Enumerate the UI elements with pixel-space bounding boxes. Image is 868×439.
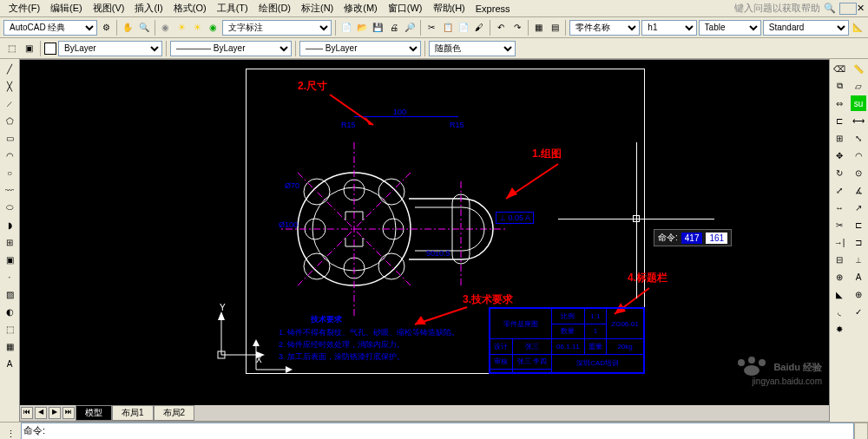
search-box[interactable]	[839, 3, 857, 15]
standard-select[interactable]: Standard	[763, 20, 849, 36]
undo-icon[interactable]: ↶	[494, 20, 508, 36]
array-icon[interactable]: ⊞	[832, 130, 847, 146]
break-icon[interactable]: ⊟	[832, 252, 847, 267]
spline-icon[interactable]: 〰	[2, 182, 17, 198]
open-icon[interactable]: 📂	[355, 20, 369, 36]
copy-icon[interactable]: 📋	[440, 20, 454, 36]
new-icon[interactable]: 📄	[339, 20, 353, 36]
rect-icon[interactable]: ▭	[2, 130, 17, 146]
sun3-icon[interactable]: su	[851, 95, 866, 111]
block2-icon[interactable]: ▣	[2, 252, 17, 267]
rotate-icon[interactable]: ↻	[832, 165, 847, 180]
dimstyle-icon[interactable]: 📐	[851, 20, 865, 36]
dim4-icon[interactable]: ⊙	[851, 165, 866, 180]
dim6-icon[interactable]: ↗	[851, 200, 866, 215]
layer-icon[interactable]: ◉	[159, 20, 173, 36]
grad-icon[interactable]: ◐	[2, 304, 17, 319]
cmd-scroll[interactable]	[854, 423, 868, 439]
tab-model[interactable]: 模型	[76, 405, 112, 421]
ellipse-icon[interactable]: ⬭	[2, 200, 17, 215]
match-icon[interactable]: 🖌	[472, 20, 486, 36]
line-icon[interactable]: ╱	[2, 61, 17, 76]
menu-format[interactable]: 格式(O)	[168, 0, 212, 16]
workspace-select[interactable]: AutoCAD 经典	[3, 20, 97, 36]
menu-edit[interactable]: 编辑(E)	[45, 0, 88, 16]
dim12-icon[interactable]: ✓	[851, 304, 866, 319]
prop-icon[interactable]: ⬚	[3, 41, 19, 56]
pan-icon[interactable]: ✋	[121, 20, 135, 36]
stretch-icon[interactable]: ↔	[832, 200, 847, 215]
plotstyle-select[interactable]: 随颜色	[429, 41, 516, 56]
menu-view[interactable]: 视图(V)	[88, 0, 130, 16]
zoom-icon[interactable]: 🔍	[136, 20, 150, 36]
hatch-icon[interactable]: ▨	[2, 286, 17, 302]
drawing-canvas[interactable]: 100 R15 R15 Ø70 Ø100 ⊥ 0.05 A 50±0.5 2.尺…	[19, 59, 830, 422]
tab-layout2[interactable]: 布局2	[154, 405, 195, 421]
dim9-icon[interactable]: ⟂	[851, 252, 866, 267]
menu-dim[interactable]: 标注(N)	[296, 0, 339, 16]
explode-icon[interactable]: ✸	[832, 321, 847, 337]
dim7-icon[interactable]: ⊏	[851, 217, 866, 233]
menu-window[interactable]: 窗口(W)	[383, 0, 428, 16]
h1-select[interactable]: h1	[641, 20, 696, 36]
lineweight-select[interactable]: —— ByLayer	[299, 41, 421, 56]
move-icon[interactable]: ✥	[832, 147, 847, 163]
tab-next-icon[interactable]: ▶	[49, 407, 61, 419]
textstyle-select[interactable]: 文字标注	[222, 20, 332, 36]
copy2-icon[interactable]: ⧉	[832, 78, 847, 94]
sun2-icon[interactable]: ☀	[190, 20, 204, 36]
menu-file[interactable]: 文件(F)	[3, 0, 45, 16]
region-icon[interactable]: ⬚	[2, 321, 17, 337]
menu-help[interactable]: 帮助(H)	[428, 0, 470, 16]
save-icon[interactable]: 💾	[371, 20, 385, 36]
dim11-icon[interactable]: ⊕	[851, 286, 866, 302]
layer2-icon[interactable]: ◉	[207, 20, 220, 36]
dim8-icon[interactable]: ⊐	[851, 234, 866, 250]
circle-icon[interactable]: ○	[2, 165, 17, 180]
dim3-icon[interactable]: ◠	[851, 147, 866, 163]
table-select[interactable]: Table	[699, 20, 761, 36]
command-input[interactable]: 命令:	[21, 423, 854, 439]
erase-icon[interactable]: ⌫	[832, 61, 847, 76]
color-select[interactable]: ByLayer	[58, 41, 162, 56]
cut-icon[interactable]: ✂	[424, 20, 438, 36]
dim5-icon[interactable]: ∡	[851, 182, 866, 198]
menu-express[interactable]: Express	[470, 2, 516, 16]
table2-icon[interactable]: ▦	[2, 338, 17, 354]
preview-icon[interactable]: 🔎	[403, 20, 417, 36]
pline-icon[interactable]: ⟋	[2, 95, 17, 111]
extend-icon[interactable]: →|	[832, 234, 847, 250]
sun-icon[interactable]: ☀	[174, 20, 188, 36]
dim1-icon[interactable]: ⟷	[851, 113, 866, 128]
cmd-grip-icon[interactable]: ⋮	[0, 423, 21, 439]
dim2-icon[interactable]: ⤡	[851, 130, 866, 146]
tab-layout1[interactable]: 布局1	[112, 405, 154, 421]
dist-icon[interactable]: 📏	[851, 61, 866, 76]
xline-icon[interactable]: ╳	[2, 78, 17, 94]
ellarc-icon[interactable]: ◗	[2, 217, 17, 233]
dim10-icon[interactable]: A	[851, 269, 866, 285]
offset-icon[interactable]: ⊏	[832, 113, 847, 128]
fillet-icon[interactable]: ◟	[832, 304, 847, 319]
print-icon[interactable]: 🖨	[387, 20, 401, 36]
menu-modify[interactable]: 修改(M)	[339, 0, 383, 16]
tab-prev-icon[interactable]: ◀	[35, 407, 47, 419]
scale-icon[interactable]: ⤢	[832, 182, 847, 198]
menu-tools[interactable]: 工具(T)	[212, 0, 253, 16]
prop2-icon[interactable]: ▣	[21, 41, 36, 56]
menu-draw[interactable]: 绘图(D)	[253, 0, 296, 16]
join-icon[interactable]: ⊕	[832, 269, 847, 285]
polygon-icon[interactable]: ⬠	[2, 113, 17, 128]
area-icon[interactable]: ▱	[851, 78, 866, 94]
block-icon[interactable]: ▦	[532, 20, 546, 36]
paste-icon[interactable]: 📄	[457, 20, 470, 36]
mtext-icon[interactable]: A	[2, 356, 17, 371]
chamfer-icon[interactable]: ◣	[832, 286, 847, 302]
arc-icon[interactable]: ◠	[2, 147, 17, 163]
close-icon[interactable]: ✕	[857, 3, 865, 14]
mirror-icon[interactable]: ⇔	[832, 95, 847, 111]
table-icon[interactable]: ▤	[548, 20, 562, 36]
search-icon[interactable]: 🔍	[824, 3, 836, 14]
color-swatch[interactable]	[44, 43, 56, 55]
menu-insert[interactable]: 插入(I)	[129, 0, 168, 16]
